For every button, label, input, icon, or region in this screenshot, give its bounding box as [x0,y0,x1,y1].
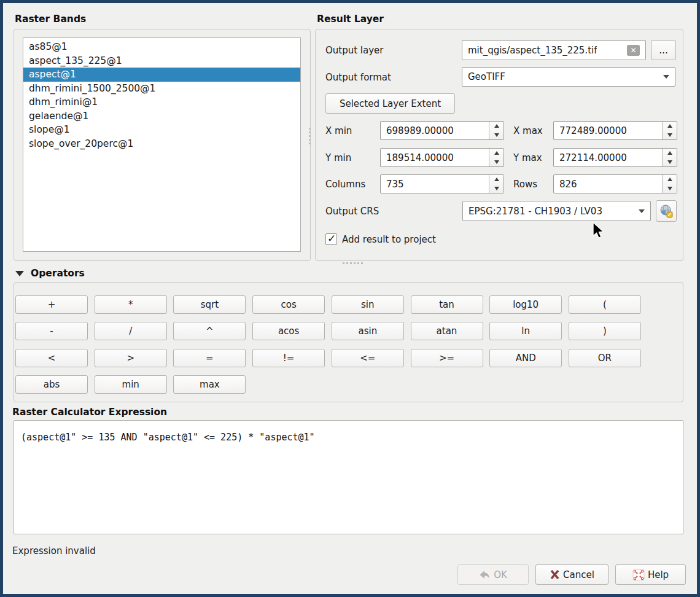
expression-textarea[interactable]: (aspect@1" >= 135 AND "aspect@1" <= 225)… [14,420,683,534]
checkmark-icon: ✓ [327,232,336,244]
spin-up-icon[interactable] [489,149,504,158]
operator-button-*[interactable]: * [95,295,167,314]
columns-value: 735 [386,179,489,190]
spin-down-icon[interactable] [663,158,677,167]
operator-button-log10[interactable]: log10 [489,295,562,314]
output-layer-label: Output layer [325,45,384,56]
help-button[interactable]: Help [615,564,686,585]
add-result-checkbox[interactable]: ✓ [325,233,337,245]
output-layer-input[interactable]: mit_qgis/aspect_135_225.tif ✕ [462,40,646,60]
operator-button--[interactable]: - [15,322,88,340]
x-max-spinbox[interactable]: 772489.00000 [553,121,677,140]
spin-up-icon[interactable] [489,122,504,131]
spin-up-icon[interactable] [663,149,677,158]
expression-title: Raster Calculator Expression [12,407,167,418]
rows-spinbox[interactable]: 826 [553,174,677,193]
operator-button-ln[interactable]: ln [489,322,562,340]
x-max-value: 772489.00000 [559,125,662,136]
operator-button-OR[interactable]: OR [569,349,641,367]
rows-label: Rows [513,179,537,190]
operator-button-=[interactable]: = [173,349,246,367]
globe-crs-icon [659,204,674,219]
ok-arrow-icon [479,569,491,580]
operator-button-min[interactable]: min [95,375,167,394]
columns-label: Columns [325,179,365,190]
operator-button->=[interactable]: >= [411,349,483,367]
x-min-label: X min [325,125,352,136]
raster-bands-title: Raster Bands [15,14,86,25]
splitter-handle-horizontal[interactable] [343,262,363,264]
y-min-label: Y min [325,152,351,163]
operator-button-<=[interactable]: <= [332,349,404,367]
operators-collapse-icon[interactable] [15,271,24,276]
operator-button-)[interactable]: ) [569,322,641,340]
raster-bands-list[interactable]: as85@1aspect_135_225@1aspect@1dhm_rimini… [23,37,301,252]
ok-button[interactable]: OK [457,564,529,585]
output-format-value: GeoTIFF [468,71,505,82]
operator-button-max[interactable]: max [173,375,246,394]
spin-up-icon[interactable] [489,175,504,184]
operator-button-atan[interactable]: atan [411,322,483,340]
operator-button-!=[interactable]: != [252,349,325,367]
spin-down-icon[interactable] [489,131,504,140]
columns-spinbox[interactable]: 735 [380,174,504,193]
spin-down-icon[interactable] [489,184,504,193]
operator-button-asin[interactable]: asin [332,322,404,340]
output-crs-value: EPSG:21781 - CH1903 / LV03 [469,206,602,217]
raster-band-item[interactable]: dhm_rimini@1 [23,95,300,109]
raster-band-item[interactable]: gelaende@1 [23,109,300,123]
operator-button-tan[interactable]: tan [411,295,483,314]
y-min-spinbox[interactable]: 189514.00000 [380,148,504,167]
select-crs-button[interactable] [656,200,677,222]
output-layer-value: mit_qgis/aspect_135_225.tif [468,45,597,56]
y-max-spinbox[interactable]: 272114.00000 [553,148,677,167]
operator-button-^[interactable]: ^ [173,322,246,340]
mouse-cursor [591,222,605,243]
x-min-spinbox[interactable]: 698989.00000 [380,121,504,140]
cancel-x-icon [550,569,560,580]
spin-down-icon[interactable] [663,184,677,193]
raster-calculator-dialog: Raster Bands as85@1aspect_135_225@1aspec… [0,0,700,597]
clear-text-icon[interactable]: ✕ [627,45,640,56]
x-min-value: 698989.00000 [386,125,489,136]
spin-up-icon[interactable] [663,122,677,131]
add-result-label: Add result to project [342,234,436,245]
raster-band-item[interactable]: dhm_rimini_1500_2500@1 [23,82,300,96]
cancel-button[interactable]: Cancel [535,564,609,585]
raster-band-item[interactable]: aspect@1 [23,68,300,82]
operator-button-/[interactable]: / [95,322,167,340]
selected-layer-extent-button[interactable]: Selected Layer Extent [325,93,455,114]
rows-value: 826 [559,179,662,190]
raster-band-item[interactable]: slope_over_20perc@1 [23,137,300,151]
spin-up-icon[interactable] [663,175,677,184]
operator-button-+[interactable]: + [15,295,88,314]
result-layer-frame [315,29,683,261]
operator-button-abs[interactable]: abs [15,375,88,394]
raster-band-item[interactable]: slope@1 [23,123,300,137]
operator-button->[interactable]: > [95,349,167,367]
result-layer-title: Result Layer [317,14,384,25]
expression-text: (aspect@1" >= 135 AND "aspect@1" <= 225)… [21,432,315,443]
raster-band-item[interactable]: as85@1 [23,40,300,54]
spin-down-icon[interactable] [663,131,677,140]
operator-button-cos[interactable]: cos [252,295,325,314]
expression-status: Expression invalid [12,545,96,556]
operator-button-sqrt[interactable]: sqrt [173,295,246,314]
operator-button-AND[interactable]: AND [489,349,562,367]
operator-button-([interactable]: ( [569,295,641,314]
splitter-handle-vertical[interactable] [309,128,311,144]
output-crs-label: Output CRS [325,206,379,217]
spin-down-icon[interactable] [489,158,504,167]
help-icon [632,569,645,581]
cancel-label: Cancel [563,569,594,580]
operator-button-acos[interactable]: acos [252,322,325,340]
browse-output-button[interactable]: ... [651,40,676,60]
output-crs-combo[interactable]: EPSG:21781 - CH1903 / LV03 [462,201,651,221]
output-format-combo[interactable]: GeoTIFF [462,67,675,87]
ok-label: OK [494,569,507,580]
operator-button-sin[interactable]: sin [332,295,404,314]
output-format-label: Output format [325,72,391,83]
raster-band-item[interactable]: aspect_135_225@1 [23,54,300,68]
x-max-label: X max [513,125,543,136]
operator-button-<[interactable]: < [15,349,88,367]
